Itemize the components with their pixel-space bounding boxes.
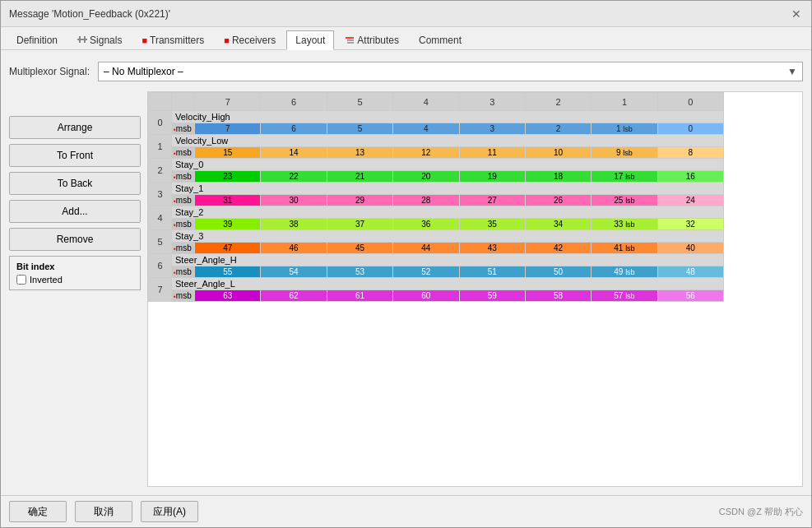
bit-4-3: 35	[459, 219, 525, 230]
bit-4-5: 37	[327, 219, 392, 230]
svg-rect-0	[77, 39, 87, 40]
col-header-5: 5	[327, 93, 392, 111]
msb-cell-1: ▪msb	[172, 147, 195, 159]
bit-4-6: 38	[261, 219, 327, 230]
col-header-0: 0	[657, 93, 723, 111]
to-back-button[interactable]: To Back	[9, 172, 141, 195]
bit-4-7: 39	[195, 219, 261, 230]
multiplexor-select[interactable]: – No Multiplexor – ▼	[98, 62, 803, 81]
dropdown-arrow-icon: ▼	[787, 66, 797, 77]
bit-7-3: 59	[459, 290, 525, 302]
tab-definition-label: Definition	[16, 35, 58, 46]
inverted-checkbox-row: Inverted	[16, 275, 133, 285]
bit-2-5: 21	[327, 171, 392, 183]
col-header-7: 7	[195, 93, 261, 111]
bit-2-7: 23	[195, 171, 261, 183]
bit-0-2: 2	[525, 123, 591, 135]
bit-6-6: 54	[261, 266, 327, 278]
bit-6-4: 52	[393, 266, 459, 278]
signal-name-2: Stay_0	[172, 159, 724, 171]
bit-6-7: 55	[195, 266, 261, 278]
tab-transmitters-label: Transmitters	[150, 35, 204, 46]
bit-0-0: 0	[657, 123, 723, 135]
tab-attributes-label: Attributes	[357, 35, 399, 46]
arrange-button[interactable]: Arrange	[9, 116, 141, 139]
bit-5-4: 44	[393, 243, 459, 254]
bit-6-0: 48	[657, 266, 723, 278]
signal-name-7: Steer_Angle_L	[172, 278, 724, 290]
left-panel: Arrange To Front To Back Add... Remove B…	[9, 91, 141, 487]
bit-2-2: 18	[525, 171, 591, 183]
close-button[interactable]: ✕	[790, 7, 803, 21]
bit-0-1: 1 lsb	[592, 123, 657, 135]
bit-5-2: 42	[525, 243, 591, 254]
bit-1-4: 12	[393, 147, 459, 159]
window-title: Message 'Motion_Feedback (0x221)'	[9, 8, 170, 20]
multiplexor-row: Multiplexor Signal: – No Multiplexor – ▼	[9, 58, 803, 85]
bit-2-1: 17 lsb	[592, 171, 657, 183]
bit-4-1: 33 lsb	[592, 219, 657, 230]
add-button[interactable]: Add...	[9, 200, 141, 223]
row-num-5: 5	[149, 230, 172, 254]
bit-6-3: 51	[459, 266, 525, 278]
receivers-icon: ■	[224, 35, 230, 45]
to-front-button[interactable]: To Front	[9, 144, 141, 167]
bit-1-6: 14	[261, 147, 327, 159]
tab-transmitters[interactable]: ■ Transmitters	[132, 30, 213, 49]
tab-attributes[interactable]: Attributes	[336, 30, 408, 49]
tab-definition[interactable]: Definition	[7, 30, 67, 49]
bit-0-4: 4	[393, 123, 459, 135]
tab-signals-label: Signals	[90, 35, 122, 46]
table-row: 4 Stay_2	[149, 206, 724, 219]
signal-name-4: Stay_2	[172, 206, 724, 219]
content-area: Multiplexor Signal: – No Multiplexor – ▼…	[1, 50, 811, 495]
bit-7-2: 58	[525, 290, 591, 302]
bit-6-1: 49 lsb	[592, 266, 657, 278]
signal-grid: 7 6 5 4 3 2 1 0	[147, 91, 803, 487]
grid-scroll[interactable]: 7 6 5 4 3 2 1 0	[148, 92, 802, 486]
bit-5-3: 43	[459, 243, 525, 254]
bit-7-7: 63	[195, 290, 261, 302]
bit-0-5: 5	[327, 123, 392, 135]
signal-name-1: Velocity_Low	[172, 135, 724, 147]
bit-1-0: 8	[657, 147, 723, 159]
col-header-1: 1	[592, 93, 657, 111]
apply-button[interactable]: 应用(A)	[141, 501, 198, 522]
tab-comment[interactable]: Comment	[410, 30, 471, 49]
col-header-3: 3	[459, 93, 525, 111]
msb-cell-2: ▪msb	[172, 171, 195, 183]
msb-cell-4: ▪msb	[172, 219, 195, 230]
remove-button[interactable]: Remove	[9, 228, 141, 251]
bit-3-1: 25 lsb	[592, 195, 657, 206]
bit-3-5: 29	[327, 195, 392, 206]
cancel-button[interactable]: 取消	[75, 501, 132, 522]
confirm-button[interactable]: 确定	[9, 501, 67, 522]
corner-cell2	[172, 93, 195, 111]
table-row: ▪msb 55 54 53 52 51 50 49 lsb 48	[149, 266, 724, 278]
tab-layout-label: Layout	[295, 35, 325, 46]
bit-7-6: 62	[261, 290, 327, 302]
table-row: 1 Velocity_Low	[149, 135, 724, 147]
row-num-4: 4	[149, 206, 172, 230]
bit-3-0: 24	[657, 195, 723, 206]
row-num-6: 6	[149, 254, 172, 278]
tab-receivers-label: Receivers	[232, 35, 276, 46]
tab-signals[interactable]: Signals	[68, 30, 131, 49]
msb-cell-7: ▪msb	[172, 290, 195, 302]
msb-cell-6: ▪msb	[172, 266, 195, 278]
signals-icon	[77, 36, 87, 44]
table-row: 2 Stay_0	[149, 159, 724, 171]
bit-4-2: 34	[525, 219, 591, 230]
tab-receivers[interactable]: ■ Receivers	[215, 30, 285, 49]
row-num-2: 2	[149, 159, 172, 183]
table-row: 5 Stay_3	[149, 230, 724, 243]
signal-name-5: Stay_3	[172, 230, 724, 243]
bit-5-0: 40	[657, 243, 723, 254]
main-area: Arrange To Front To Back Add... Remove B…	[9, 91, 803, 487]
inverted-checkbox[interactable]	[16, 275, 26, 285]
svg-rect-2	[84, 36, 86, 43]
bit-0-7: 7	[195, 123, 261, 135]
bit-0-6: 6	[261, 123, 327, 135]
tab-layout[interactable]: Layout	[286, 30, 334, 50]
col-header-6: 6	[261, 93, 327, 111]
